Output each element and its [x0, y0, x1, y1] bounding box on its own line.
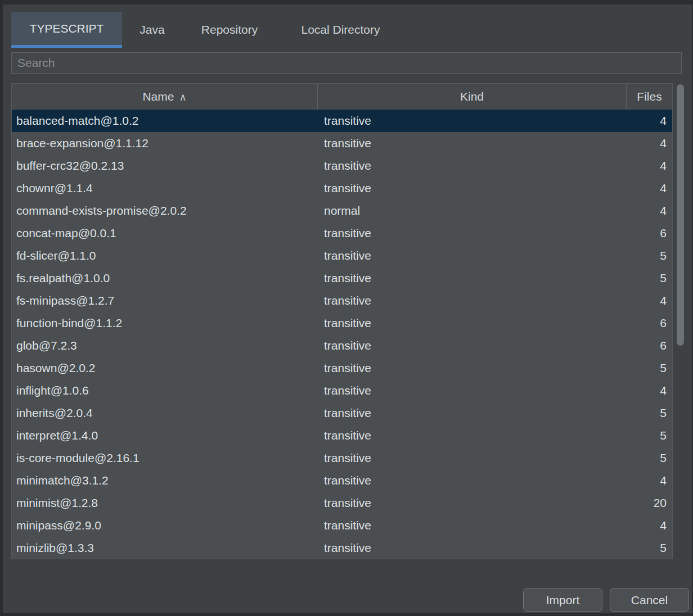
package-files-count: 4 — [627, 200, 672, 222]
table-row[interactable]: fd-slicer@1.1.0transitive5 — [12, 244, 672, 267]
package-files-count: 4 — [627, 379, 672, 402]
package-kind: transitive — [318, 379, 627, 402]
column-header-files[interactable]: Files — [627, 84, 672, 110]
package-kind: transitive — [318, 334, 627, 357]
table-row[interactable]: chownr@1.1.4transitive4 — [12, 177, 672, 200]
package-name: inherits@2.0.4 — [12, 402, 318, 424]
tab-typescript-label: TYPESCRIPT — [30, 22, 104, 35]
package-files-count: 5 — [627, 402, 672, 424]
package-name: fs-minipass@1.2.7 — [12, 289, 318, 312]
table-body: balanced-match@1.0.2transitive4brace-exp… — [12, 110, 672, 559]
package-name: balanced-match@1.0.2 — [12, 110, 318, 132]
table-row[interactable]: minipass@2.9.0transitive4 — [12, 514, 672, 537]
table-row[interactable]: minimist@1.2.8transitive20 — [12, 492, 672, 514]
package-files-count: 4 — [627, 514, 672, 537]
package-name: minizlib@1.3.3 — [12, 537, 318, 559]
tab-repository-label: Repository — [201, 23, 258, 37]
package-files-count: 5 — [627, 244, 672, 267]
package-name: chownr@1.1.4 — [12, 177, 318, 200]
column-header-files-label: Files — [637, 90, 662, 103]
table-row[interactable]: inflight@1.0.6transitive4 — [12, 379, 672, 402]
column-header-kind-label: Kind — [460, 90, 484, 103]
package-files-count: 6 — [627, 334, 672, 357]
tab-typescript[interactable]: TYPESCRIPT — [11, 12, 122, 48]
tab-local-directory-label: Local Directory — [301, 23, 380, 37]
package-kind: normal — [318, 200, 627, 222]
table-row[interactable]: balanced-match@1.0.2transitive4 — [12, 110, 672, 132]
search-input[interactable] — [12, 53, 681, 73]
package-files-count: 5 — [627, 447, 672, 469]
package-kind: transitive — [318, 447, 627, 469]
cancel-button[interactable]: Cancel — [610, 588, 689, 612]
package-files-count: 4 — [627, 469, 672, 492]
package-name: interpret@1.4.0 — [12, 424, 318, 447]
tab-repository[interactable]: Repository — [182, 12, 277, 48]
column-header-name[interactable]: Name∧ — [12, 84, 318, 110]
package-kind: transitive — [318, 537, 627, 559]
package-name: hasown@2.0.2 — [12, 357, 318, 379]
package-files-count: 5 — [627, 537, 672, 559]
package-kind: transitive — [318, 357, 627, 379]
package-name: fs.realpath@1.0.0 — [12, 267, 318, 289]
import-dialog: TYPESCRIPT Java Repository Local Directo… — [0, 0, 693, 616]
package-files-count: 4 — [627, 110, 672, 132]
table-row[interactable]: brace-expansion@1.1.12transitive4 — [12, 132, 672, 155]
import-button[interactable]: Import — [523, 588, 602, 612]
package-files-count: 6 — [627, 222, 672, 244]
package-kind: transitive — [318, 177, 627, 200]
tab-java[interactable]: Java — [122, 12, 182, 48]
package-files-count: 5 — [627, 424, 672, 447]
package-kind: transitive — [318, 289, 627, 312]
sort-ascending-icon: ∧ — [179, 92, 186, 103]
package-name: function-bind@1.1.2 — [12, 312, 318, 334]
package-name: minimist@1.2.8 — [12, 492, 318, 514]
package-files-count: 4 — [627, 289, 672, 312]
column-header-name-label: Name — [142, 90, 174, 103]
table-row[interactable]: hasown@2.0.2transitive5 — [12, 357, 672, 379]
package-kind: transitive — [318, 312, 627, 334]
table-row[interactable]: fs-minipass@1.2.7transitive4 — [12, 289, 672, 312]
window-edge-bottom — [0, 613, 693, 616]
package-kind: transitive — [318, 492, 627, 514]
table-row[interactable]: minizlib@1.3.3transitive5 — [12, 537, 672, 559]
package-kind: transitive — [318, 469, 627, 492]
package-kind: transitive — [318, 132, 627, 155]
tab-local-directory[interactable]: Local Directory — [277, 12, 404, 48]
package-files-count: 20 — [627, 492, 672, 514]
table-row[interactable]: interpret@1.4.0transitive5 — [12, 424, 672, 447]
package-files-count: 4 — [627, 177, 672, 200]
window-edge-top — [0, 0, 693, 4]
package-files-count: 4 — [627, 132, 672, 155]
package-kind: transitive — [318, 244, 627, 267]
tab-bar: TYPESCRIPT Java Repository Local Directo… — [11, 12, 404, 48]
tab-java-label: Java — [140, 23, 164, 37]
vertical-scrollbar-thumb[interactable] — [677, 84, 684, 346]
package-kind: transitive — [318, 514, 627, 537]
table-row[interactable]: inherits@2.0.4transitive5 — [12, 402, 672, 424]
package-name: buffer-crc32@0.2.13 — [12, 155, 318, 177]
table-header: Name∧ Kind Files — [12, 84, 672, 110]
search-field — [11, 52, 682, 74]
package-kind: transitive — [318, 402, 627, 424]
table-row[interactable]: minimatch@3.1.2transitive4 — [12, 469, 672, 492]
table-row[interactable]: command-exists-promise@2.0.2normal4 — [12, 200, 672, 222]
package-name: fd-slicer@1.1.0 — [12, 244, 318, 267]
package-table: Name∧ Kind Files balanced-match@1.0.2tra… — [11, 83, 673, 559]
package-files-count: 6 — [627, 312, 672, 334]
package-kind: transitive — [318, 424, 627, 447]
package-name: inflight@1.0.6 — [12, 379, 318, 402]
table-row[interactable]: concat-map@0.0.1transitive6 — [12, 222, 672, 244]
package-kind: transitive — [318, 267, 627, 289]
package-kind: transitive — [318, 155, 627, 177]
table-row[interactable]: is-core-module@2.16.1transitive5 — [12, 447, 672, 469]
package-name: minipass@2.9.0 — [12, 514, 318, 537]
window-edge-left — [0, 0, 3, 616]
package-name: concat-map@0.0.1 — [12, 222, 318, 244]
table-row[interactable]: glob@7.2.3transitive6 — [12, 334, 672, 357]
table-row[interactable]: buffer-crc32@0.2.13transitive4 — [12, 155, 672, 177]
package-name: glob@7.2.3 — [12, 334, 318, 357]
table-row[interactable]: fs.realpath@1.0.0transitive5 — [12, 267, 672, 289]
package-files-count: 5 — [627, 267, 672, 289]
column-header-kind[interactable]: Kind — [318, 84, 627, 110]
table-row[interactable]: function-bind@1.1.2transitive6 — [12, 312, 672, 334]
